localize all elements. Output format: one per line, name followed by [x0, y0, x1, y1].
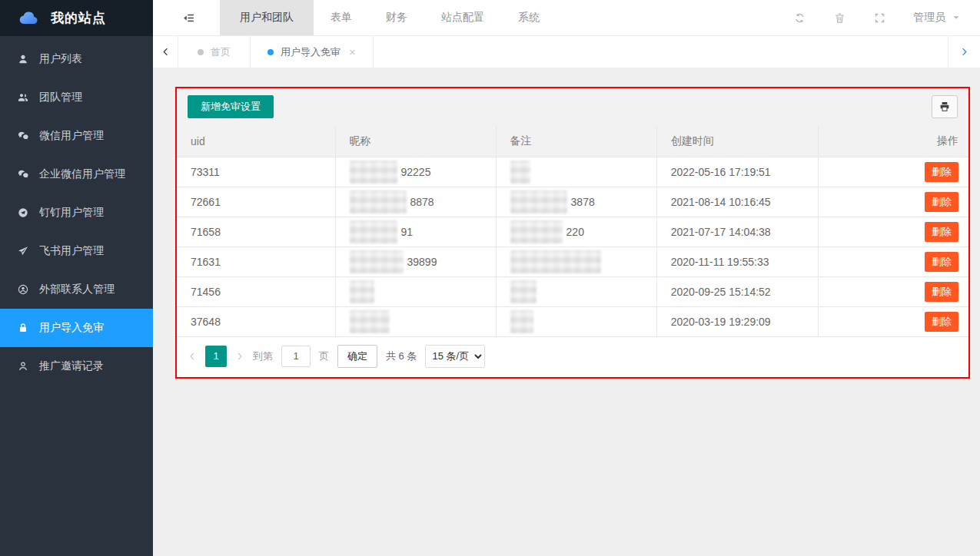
redacted-blur: [510, 280, 537, 303]
topnav-tab[interactable]: 财务: [369, 0, 424, 35]
delete-button[interactable]: 删除: [925, 282, 958, 302]
sidebar-item-label: 钉钉用户管理: [39, 206, 104, 220]
table-row: 71631 39899 2020-11-11 19:55:33 删除: [177, 247, 968, 276]
expand-icon[interactable]: [873, 12, 886, 25]
tab-status-dot: [198, 49, 204, 55]
topbar: 用户和团队 表单 财务 站点配置 系统 管理员: [153, 0, 980, 36]
cell-actions: 删除: [818, 157, 968, 187]
cell-remark: [496, 276, 656, 306]
tabs-scroll-left-button[interactable]: [153, 36, 178, 68]
trash-icon[interactable]: [833, 12, 846, 25]
redacted-blur: [350, 250, 404, 273]
topnav-tab[interactable]: 站点配置: [424, 0, 501, 35]
sidebar-item[interactable]: 企业微信用户管理: [0, 155, 153, 194]
wecom-icon: [17, 168, 29, 180]
confirm-page-button[interactable]: 确定: [337, 345, 377, 368]
close-icon[interactable]: ×: [349, 46, 356, 58]
user-name: 管理员: [913, 11, 945, 25]
cell-nickname: 39899: [335, 247, 496, 276]
collapse-sidebar-button[interactable]: [181, 0, 197, 35]
topnav-tab-label: 表单: [331, 11, 352, 25]
table-row: 71456 2020-09-25 15:14:52 删除: [177, 276, 968, 306]
delete-button[interactable]: 删除: [925, 312, 958, 332]
cell-nickname: 92225: [335, 157, 496, 187]
current-page-button[interactable]: 1: [205, 346, 227, 367]
cell-created-time: 2020-11-11 19:55:33: [656, 247, 818, 276]
cell-nickname: 8878: [335, 187, 496, 217]
sidebar-item-label: 团队管理: [39, 91, 82, 104]
cell-uid: 37648: [177, 306, 335, 336]
cell-nickname: [335, 276, 496, 306]
exemption-table: uid 昵称 备注 创建时间 操作 73311 92225 2022-05-16…: [177, 126, 968, 337]
table-toolbar: 新增免审设置: [177, 88, 968, 126]
next-page-button[interactable]: [235, 352, 244, 361]
delete-button[interactable]: 删除: [925, 222, 958, 242]
user-dropdown[interactable]: 管理员: [913, 11, 961, 25]
content-area: 新增免审设置 uid 昵称 备注 创: [153, 68, 980, 556]
add-exemption-button[interactable]: 新增免审设置: [188, 95, 274, 118]
goto-label: 到第: [253, 349, 273, 363]
column-header-uid: uid: [177, 126, 335, 157]
sidebar-item[interactable]: 飞书用户管理: [0, 232, 153, 270]
sidebar-item[interactable]: 团队管理: [0, 78, 153, 117]
topnav-tab[interactable]: 系统: [501, 0, 556, 35]
sidebar: 我的站点 用户列表 团队管理 微信用户管理 企业微信用户管理 钉钉用户管理 飞书…: [0, 0, 153, 556]
goto-page-input[interactable]: [281, 346, 311, 367]
sidebar-item[interactable]: 钉钉用户管理: [0, 194, 153, 232]
chevron-left-icon: [188, 352, 197, 361]
tabs-scroll-right-button[interactable]: [948, 36, 980, 68]
table-row: 37648 2020-03-19 19:29:09 删除: [177, 306, 968, 336]
column-header-actions: 操作: [818, 126, 968, 157]
column-header-remark: 备注: [496, 126, 656, 157]
tab-status-dot: [267, 49, 274, 55]
highlighted-panel: 新增免审设置 uid 昵称 备注 创: [175, 87, 970, 379]
delete-button[interactable]: 删除: [925, 162, 958, 182]
cell-remark: 220: [496, 217, 656, 247]
page-tabs-bar: 首页 用户导入免审 ×: [153, 36, 980, 68]
topnav-tab-label: 系统: [518, 11, 540, 25]
page-tabs: 首页 用户导入免审 ×: [178, 36, 374, 68]
table-row: 72661 8878 3878 2021-08-14 10:16:45 删除: [177, 187, 968, 217]
user-icon: [17, 53, 29, 65]
table-row: 71658 91 220 2021-07-17 14:04:38 删除: [177, 217, 968, 247]
app-window: 我的站点 用户列表 团队管理 微信用户管理 企业微信用户管理 钉钉用户管理 飞书…: [0, 0, 980, 556]
page-tab[interactable]: 首页: [178, 36, 251, 68]
chevron-left-icon: [161, 47, 171, 57]
topnav-tab[interactable]: 用户和团队: [220, 0, 314, 35]
cell-remark: [496, 247, 656, 276]
topnav-tab[interactable]: 表单: [314, 0, 369, 35]
cell-actions: 删除: [818, 187, 968, 217]
sidebar-item[interactable]: 用户列表: [0, 40, 153, 78]
column-header-nickname: 昵称: [335, 126, 496, 157]
cell-created-time: 2022-05-16 17:19:51: [656, 157, 818, 187]
delete-button[interactable]: 删除: [925, 192, 958, 212]
table-row: 73311 92225 2022-05-16 17:19:51 删除: [177, 157, 968, 187]
topbar-actions: 管理员: [793, 0, 980, 35]
refresh-icon[interactable]: [793, 12, 806, 25]
sidebar-item[interactable]: 外部联系人管理: [0, 270, 153, 309]
feishu-icon: [17, 245, 29, 257]
page-tab[interactable]: 用户导入免审 ×: [251, 36, 374, 68]
sidebar-item[interactable]: 微信用户管理: [0, 117, 153, 155]
sidebar-item-label: 用户列表: [39, 52, 82, 66]
print-button[interactable]: [932, 95, 958, 118]
redacted-blur: [350, 220, 397, 243]
cell-uid: 72661: [177, 187, 335, 217]
topnav-tab-label: 站点配置: [441, 11, 484, 25]
sidebar-item[interactable]: 推广邀请记录: [0, 347, 153, 386]
prev-page-button[interactable]: [188, 352, 197, 361]
cell-actions: 删除: [818, 306, 968, 336]
cell-nickname: [335, 306, 496, 336]
sidebar-item-label: 微信用户管理: [39, 129, 104, 143]
cell-actions: 删除: [818, 276, 968, 306]
table-header-row: uid 昵称 备注 创建时间 操作: [177, 126, 968, 157]
page-size-select[interactable]: 15 条/页: [425, 345, 485, 368]
sidebar-item[interactable]: 用户导入免审: [0, 309, 153, 347]
redacted-blur: [350, 190, 407, 213]
redacted-blur: [510, 161, 530, 184]
topnav-tab-label: 用户和团队: [240, 11, 294, 25]
cell-remark: [496, 157, 656, 187]
cloud-icon: [14, 8, 43, 29]
delete-button[interactable]: 删除: [925, 252, 958, 272]
lock-icon: [17, 322, 29, 334]
